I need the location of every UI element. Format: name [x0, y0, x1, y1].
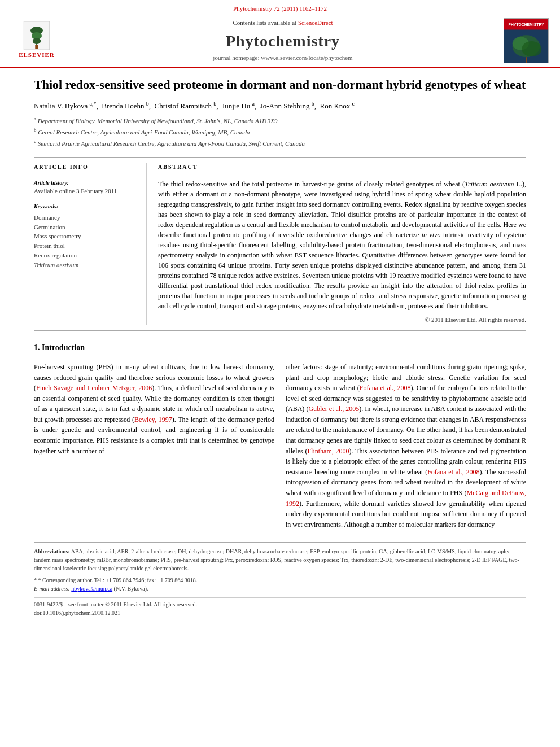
intro-para-1: Pre-harvest sprouting (PHS) in many whea…	[34, 362, 274, 456]
abstract-text: The thiol redox-sensitive and the total …	[158, 179, 526, 311]
article-info-title: ARTICLE INFO	[34, 163, 137, 174]
author-knox: Ron Knox c	[320, 102, 355, 110]
abstract-column: ABSTRACT The thiol redox-sensitive and t…	[158, 163, 526, 324]
article-info-abstract: ARTICLE INFO Article history: Available …	[34, 163, 526, 324]
intro-para-2: other factors: stage of maturity; enviro…	[286, 362, 526, 530]
article-info-column: ARTICLE INFO Article history: Available …	[34, 163, 147, 324]
elsevier-tree-icon	[23, 21, 51, 50]
corresponding-author-footnote: * * Corresponding author. Tel.: +1 709 8…	[34, 576, 526, 584]
intro-left-col: Pre-harvest sprouting (PHS) in many whea…	[34, 362, 274, 534]
journal-center: Contents lists available at ScienceDirec…	[62, 19, 504, 63]
journal-homepage: journal homepage: www.elsevier.com/locat…	[62, 54, 504, 63]
doi-line: 0031-9422/$ – see front matter © 2011 El…	[34, 597, 526, 617]
keyword-redox: Redox regulation	[34, 251, 137, 260]
cover-svg: PHYTOCHEMISTRY	[504, 19, 549, 63]
journal-title-banner: Phytochemistry	[62, 30, 504, 53]
authors-line: Natalia V. Bykova a,*, Brenda Hoehn b, C…	[34, 100, 526, 112]
footnotes: Abbreviations: ABA, abscisic acid; AER, …	[34, 542, 526, 617]
svg-point-11	[522, 41, 541, 56]
sciencedirect-link[interactable]: ScienceDirect	[298, 19, 333, 26]
section-title-intro: 1. Introduction	[34, 342, 526, 356]
keywords-section: Keywords: Dormancy Germination Mass spec…	[34, 203, 137, 270]
author-stebbing: Jo-Ann Stebbing b,	[260, 102, 318, 110]
author-rampitsch: Christof Rampitsch b,	[155, 102, 220, 110]
journal-cover-image: PHYTOCHEMISTRY	[504, 18, 549, 63]
doi-value: doi:10.1016/j.phytochem.2010.12.021	[34, 609, 526, 617]
elsevier-label: ELSEVIER	[19, 51, 55, 60]
author-hoehn: Brenda Hoehn b,	[102, 102, 152, 110]
ref-mccaig[interactable]: McCaig and DePauw, 1992	[286, 489, 526, 508]
journal-banner: ELSEVIER Contents lists available at Sci…	[11, 16, 549, 67]
abstract-title: ABSTRACT	[158, 163, 526, 174]
email-footnote: E-mail address: nbykova@mun.ca (N.V. Byk…	[34, 584, 526, 593]
keywords-label: Keywords:	[34, 203, 137, 211]
header-divider	[34, 157, 526, 158]
svg-text:PHYTOCHEMISTRY: PHYTOCHEMISTRY	[508, 23, 544, 27]
keyword-protein-thiol: Protein thiol	[34, 242, 137, 251]
svg-rect-5	[35, 45, 38, 49]
intro-right-col: other factors: stage of maturity; enviro…	[286, 362, 526, 534]
author-hu: Junjie Hu a,	[222, 102, 258, 110]
history-label: Article history:	[34, 179, 137, 187]
keyword-mass-spec: Mass spectrometry	[34, 232, 137, 241]
ref-flintham[interactable]: Flintham, 2000	[307, 447, 349, 455]
ref-gubler[interactable]: Gubler et al., 2005	[308, 405, 359, 413]
ref-fofana-2008[interactable]: Fofana et al., 2008	[360, 384, 411, 392]
keyword-triticum: Triticum aestivum	[34, 261, 137, 270]
abbreviations-label: Abbreviations:	[34, 548, 70, 554]
abbreviations-footnote: Abbreviations: ABA, abscisic acid; AER, …	[34, 547, 526, 573]
affiliations: a Department of Biology, Memorial Univer…	[34, 115, 526, 148]
journal-citation: Phytochemistry 72 (2011) 1162–1172	[11, 5, 549, 14]
affiliation-c: c Semiarid Prairie Agricultural Research…	[34, 138, 526, 148]
body-divider	[34, 330, 526, 331]
keyword-dormancy: Dormancy	[34, 213, 137, 222]
intro-body: Pre-harvest sprouting (PHS) in many whea…	[34, 362, 526, 534]
affiliation-a: a Department of Biology, Memorial Univer…	[34, 115, 526, 125]
contents-link: Contents lists available at ScienceDirec…	[62, 19, 504, 28]
abbreviations-text: ABA, abscisic acid; AER, 2-alkenal reduc…	[34, 548, 519, 571]
email-link[interactable]: nbykova@mun.ca	[71, 586, 112, 592]
introduction-section: 1. Introduction Pre-harvest sprouting (P…	[34, 342, 526, 534]
ref-finch-savage[interactable]: Finch-Savage and Leubner-Metzger, 2006	[36, 384, 152, 392]
copyright-text: © 2011 Elsevier Ltd. All rights reserved…	[158, 316, 526, 325]
elsevier-logo: ELSEVIER	[11, 21, 62, 60]
ref-fofana-2008b[interactable]: Fofana et al., 2008	[427, 468, 479, 476]
issn-line: 0031-9422/$ – see front matter © 2011 El…	[34, 600, 526, 609]
ref-bewley[interactable]: Bewley, 1997	[134, 416, 172, 423]
article-content: Thiol redox-sensitive seed proteome in d…	[0, 68, 560, 626]
article-title: Thiol redox-sensitive seed proteome in d…	[34, 77, 526, 93]
journal-header: Phytochemistry 72 (2011) 1162–1172 ELSEV…	[0, 0, 560, 68]
author-bykova: Natalia V. Bykova a,*,	[34, 102, 100, 110]
keyword-germination: Germination	[34, 223, 137, 232]
available-online: Available online 3 February 2011	[34, 187, 137, 196]
article-history: Article history: Available online 3 Febr…	[34, 179, 137, 196]
svg-point-4	[33, 38, 41, 44]
affiliation-b: b Cereal Research Centre, Agriculture an…	[34, 126, 526, 137]
